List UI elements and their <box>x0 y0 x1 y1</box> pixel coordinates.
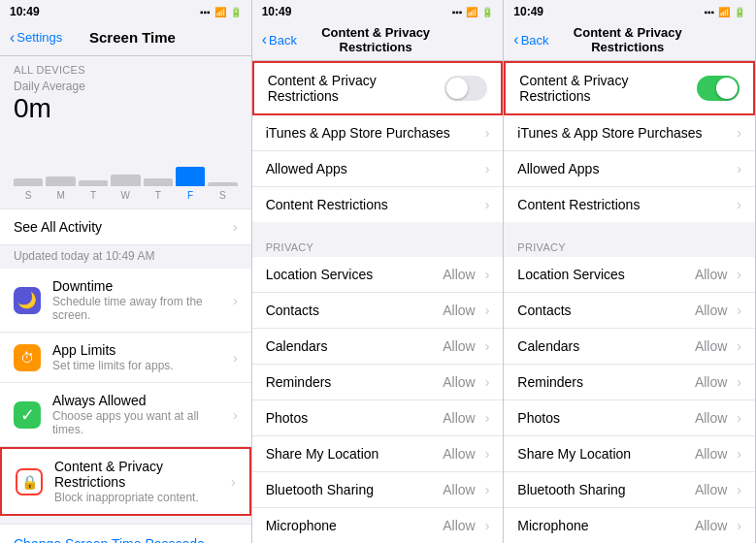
share-location-on[interactable]: Share My Location Allow › <box>504 436 755 472</box>
location-value-on: Allow <box>695 267 727 282</box>
calendars-on[interactable]: Calendars Allow › <box>504 329 755 365</box>
microphone-chevron-off: › <box>485 518 490 533</box>
content-privacy-text: Content & Privacy Restrictions Block ina… <box>54 459 225 504</box>
reminders-on[interactable]: Reminders Allow › <box>504 365 755 400</box>
photos-on[interactable]: Photos Allow › <box>504 400 755 436</box>
calendars-value-on: Allow <box>695 338 727 354</box>
downtime-text: Downtime Schedule time away from the scr… <box>52 278 227 322</box>
bluetooth-on[interactable]: Bluetooth Sharing Allow › <box>504 472 755 508</box>
toggle-row-off[interactable]: Content & Privacy Restrictions <box>254 63 502 113</box>
toggle-thumb-on <box>716 78 738 99</box>
location-name-on: Location Services <box>517 267 695 282</box>
content-restrictions-chevron-on: › <box>737 197 741 212</box>
allowed-apps-on[interactable]: Allowed Apps › <box>504 151 755 187</box>
photos-value-off: Allow <box>443 410 475 426</box>
share-location-value-off: Allow <box>443 446 475 462</box>
screen-time-list: 🌙 Downtime Schedule time away from the s… <box>0 269 251 516</box>
nav-bar-3: ‹ Back Content & Privacy Restrictions <box>504 21 755 61</box>
see-all-row[interactable]: See All Activity › <box>0 208 251 245</box>
photos-name-on: Photos <box>517 410 695 426</box>
change-passcode-link[interactable]: Change Screen Time Passcode <box>0 524 251 543</box>
calendars-name-off: Calendars <box>266 338 444 354</box>
itunes-chevron-on: › <box>737 125 741 141</box>
daily-avg-time: 0m <box>0 93 251 128</box>
itunes-purchases-on[interactable]: iTunes & App Store Purchases › <box>504 115 755 151</box>
content-restrictions-label-on: Content Restrictions <box>517 197 640 212</box>
day-t2: T <box>144 190 173 201</box>
status-time-1: 10:49 <box>10 5 40 18</box>
nav-bar-1: ‹ Settings Screen Time <box>0 21 251 56</box>
chart-bar-sat <box>208 182 237 186</box>
allowed-apps-chevron-on: › <box>737 161 741 176</box>
location-services-off[interactable]: Location Services Allow › <box>252 257 504 293</box>
share-location-value-on: Allow <box>695 446 727 462</box>
status-icons-1: ▪▪▪ 📶 🔋 <box>200 7 242 17</box>
status-icons-2: ▪▪▪ 📶 🔋 <box>452 7 494 17</box>
content-privacy-subtitle: Block inappropriate content. <box>54 491 225 504</box>
share-location-name-on: Share My Location <box>517 446 695 462</box>
chart-bar-sun <box>14 178 43 186</box>
reminders-off[interactable]: Reminders Allow › <box>252 365 504 400</box>
back-button-2[interactable]: ‹ Back <box>262 31 297 48</box>
reminders-chevron-on: › <box>737 374 741 390</box>
photos-chevron-on: › <box>737 410 741 426</box>
content-restrictions-chevron-off: › <box>485 197 490 212</box>
contacts-on[interactable]: Contacts Allow › <box>504 293 755 329</box>
chart-bar-thu <box>144 178 173 186</box>
usage-chart <box>14 128 238 186</box>
content-restrictions-on[interactable]: Content Restrictions › <box>504 187 755 222</box>
bluetooth-off[interactable]: Bluetooth Sharing Allow › <box>252 472 504 508</box>
reminders-value-off: Allow <box>443 374 475 390</box>
photos-off[interactable]: Photos Allow › <box>252 400 504 436</box>
app-limits-item[interactable]: ⏱ App Limits Set time limits for apps. › <box>0 333 251 383</box>
toggle-row-on[interactable]: Content & Privacy Restrictions <box>506 63 753 113</box>
back-button-1[interactable]: ‹ Settings <box>10 29 62 47</box>
toggle-label-off: Content & Privacy Restrictions <box>268 73 445 104</box>
status-icons-3: ▪▪▪ 📶 🔋 <box>704 7 745 17</box>
privacy-label-off: PRIVACY <box>252 230 504 257</box>
calendars-chevron-on: › <box>737 338 741 354</box>
calendars-off[interactable]: Calendars Allow › <box>252 329 504 365</box>
app-limits-icon: ⏱ <box>14 344 41 371</box>
calendars-name-on: Calendars <box>517 338 695 354</box>
app-limits-title: App Limits <box>52 342 227 358</box>
see-all-chevron: › <box>233 219 238 235</box>
content-privacy-off-content: Content & Privacy Restrictions iTunes & … <box>252 61 504 543</box>
content-privacy-on-panel: 10:49 ▪▪▪ 📶 🔋 ‹ Back Content & Privacy R… <box>504 0 756 543</box>
back-label-1: Settings <box>16 30 62 45</box>
itunes-purchases-off[interactable]: iTunes & App Store Purchases › <box>252 115 504 151</box>
photos-chevron-off: › <box>485 410 490 426</box>
toggle-off[interactable] <box>444 76 487 101</box>
microphone-off[interactable]: Microphone Allow › <box>252 508 504 543</box>
content-restrictions-off[interactable]: Content Restrictions › <box>252 187 504 222</box>
chart-bar-fri <box>176 167 205 186</box>
reminders-name-on: Reminders <box>517 374 695 390</box>
allowed-apps-off[interactable]: Allowed Apps › <box>252 151 504 187</box>
bluetooth-chevron-off: › <box>485 482 490 497</box>
content-privacy-item[interactable]: 🔒 Content & Privacy Restrictions Block i… <box>0 447 251 516</box>
location-services-on[interactable]: Location Services Allow › <box>504 257 755 293</box>
status-bar-3: 10:49 ▪▪▪ 📶 🔋 <box>504 0 755 21</box>
microphone-chevron-on: › <box>737 518 741 533</box>
calendars-value-off: Allow <box>443 338 475 354</box>
location-value-off: Allow <box>443 267 475 282</box>
app-limits-text: App Limits Set time limits for apps. <box>52 342 227 372</box>
always-allowed-chevron: › <box>233 407 238 423</box>
wifi-icon: 📶 <box>214 7 226 17</box>
contacts-name-on: Contacts <box>517 303 695 318</box>
share-location-off[interactable]: Share My Location Allow › <box>252 436 504 472</box>
toggle-on[interactable] <box>697 76 740 101</box>
share-location-chevron-off: › <box>485 446 490 462</box>
microphone-on[interactable]: Microphone Allow › <box>504 508 755 543</box>
always-allowed-item[interactable]: ✓ Always Allowed Choose apps you want at… <box>0 383 251 447</box>
itunes-chevron-off: › <box>485 125 490 141</box>
status-bar-2: 10:49 ▪▪▪ 📶 🔋 <box>252 0 504 21</box>
contacts-off[interactable]: Contacts Allow › <box>252 293 504 329</box>
day-w: W <box>111 190 140 201</box>
back-chevron-icon-1: ‹ <box>10 29 15 47</box>
always-allowed-subtitle: Choose apps you want at all times. <box>52 409 227 436</box>
updated-text: Updated today at 10:49 AM <box>0 245 251 269</box>
privacy-list-on: Location Services Allow › Contacts Allow… <box>504 257 755 543</box>
back-button-3[interactable]: ‹ Back <box>513 31 548 48</box>
downtime-item[interactable]: 🌙 Downtime Schedule time away from the s… <box>0 269 251 333</box>
